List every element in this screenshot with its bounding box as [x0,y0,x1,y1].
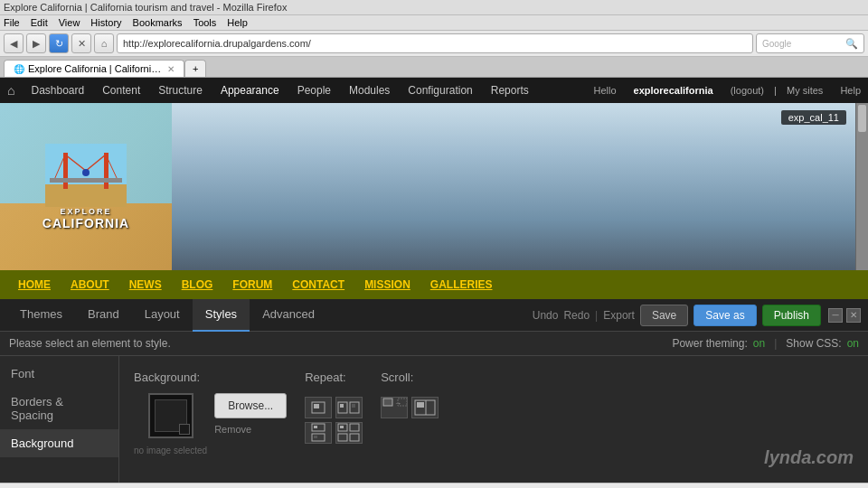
svg-rect-29 [340,426,344,428]
admin-nav-configuration[interactable]: Configuration [399,78,481,103]
back-button[interactable]: ◀ [4,33,24,53]
logo-california-text: CALIFORNIA [42,216,129,230]
my-sites-link[interactable]: My sites [787,85,823,96]
browser-titlebar: Explore California | California tourism … [0,0,868,15]
themer-tabs-row: Themes Brand Layout Styles Advanced Undo… [0,299,868,332]
svg-rect-23 [352,404,355,408]
show-css-value[interactable]: on [847,337,859,350]
tab-themes[interactable]: Themes [7,299,75,332]
logout-link[interactable]: (logout) [731,85,764,96]
tab-brand[interactable]: Brand [75,299,132,332]
scroll-fixed-button[interactable] [411,397,439,418]
svg-rect-31 [338,434,347,441]
svg-rect-33 [383,399,392,406]
tab-close-button[interactable]: ✕ [167,64,175,74]
sidebar-item-borders[interactable]: Borders & Spacing [0,388,118,429]
scroll-row-1: → [381,397,439,418]
svg-rect-25 [314,426,317,428]
repeat-both-icon [337,423,361,443]
admin-nav-appearance[interactable]: Appearance [212,78,288,103]
site-nav-mission[interactable]: MISSION [355,270,420,299]
admin-nav-content[interactable]: Content [93,78,149,103]
menu-item-file[interactable]: File [4,17,20,28]
site-nav-forum[interactable]: FORUM [223,270,281,299]
search-box[interactable]: Google 🔍 [756,33,864,53]
tab-styles[interactable]: Styles [193,299,250,332]
menu-item-view[interactable]: View [59,17,80,28]
address-bar[interactable]: http://explorecalifornia.drupalgardens.c… [117,33,753,53]
admin-nav-structure[interactable]: Structure [149,78,212,103]
bg-preview-box[interactable] [148,393,193,438]
admin-home-icon[interactable]: ⌂ [7,83,14,98]
admin-nav-people[interactable]: People [288,78,340,103]
site-nav-home[interactable]: HOME [9,270,60,299]
scroll-scroll-button[interactable]: → [381,397,408,418]
help-link[interactable]: Help [840,85,861,96]
menu-item-history[interactable]: History [90,17,121,28]
save-button[interactable]: Save [640,305,688,326]
repeat-section: Repeat: [305,371,363,444]
new-tab-button[interactable]: + [184,60,206,77]
minimize-button[interactable]: ─ [828,308,843,323]
svg-rect-8 [50,178,122,183]
site-nav-about[interactable]: ABOUT [61,270,118,299]
home-button[interactable]: ⌂ [94,33,114,53]
hello-text: Hello [593,85,616,96]
site-nav: const d2 = JSON.parse(document.getElemen… [0,270,868,299]
tab-advanced[interactable]: Advanced [250,299,327,332]
website-scrollbar[interactable] [855,103,868,270]
browse-button[interactable]: Browse... [214,393,287,418]
tab-layout[interactable]: Layout [132,299,193,332]
menu-item-help[interactable]: Help [227,17,248,28]
admin-nav-modules[interactable]: Modules [340,78,399,103]
export-button[interactable]: Export [603,309,635,322]
background-section: Background: no image selected Browse... … [134,371,854,455]
menu-item-bookmarks[interactable]: Bookmarks [133,17,183,28]
website-area: EXPLORE CALIFORNIA [0,103,868,299]
status-text: Please select an element to style. [9,337,171,350]
repeat-none-button[interactable] [305,397,332,418]
reload-button[interactable]: ↻ [49,33,69,53]
show-css-label: Show CSS: [786,337,841,350]
address-text: http://explorecalifornia.drupalgardens.c… [123,38,747,49]
search-placeholder: Google [762,39,791,49]
themer-actions: Undo Redo | Export Save Save as Publish [533,305,821,326]
redo-button[interactable]: Redo [563,309,590,322]
scroll-section: Scroll: → [381,371,439,418]
background-preview-area: Background: no image selected Browse... … [134,371,287,455]
menu-item-edit[interactable]: Edit [31,17,48,28]
repeat-y-icon [310,423,326,443]
sidebar-item-background[interactable]: Background [0,429,118,457]
themer-window-controls: ─ ✕ [828,308,861,323]
forward-button[interactable]: ▶ [26,33,46,53]
sidebar-item-font[interactable]: Font [0,360,118,388]
save-as-button[interactable]: Save as [693,305,756,326]
repeat-none-icon [310,400,326,415]
site-nav-galleries[interactable]: GALLERIES [421,270,502,299]
power-theming-area: Power theming: on | Show CSS: on [672,337,859,350]
site-logo: EXPLORE CALIFORNIA [0,103,172,270]
site-nav-blog[interactable]: BLOG [173,270,222,299]
repeat-x-button[interactable] [335,397,363,418]
site-nav-news[interactable]: NEWS [120,270,171,299]
repeat-both-button[interactable] [335,422,363,444]
menu-item-tools[interactable]: Tools [193,17,217,28]
drupal-admin-bar: ⌂ const d = JSON.parse(document.getEleme… [0,78,868,103]
undo-button[interactable]: Undo [533,309,559,322]
themer-content: Background: no image selected Browse... … [119,356,868,483]
scroll-title: Scroll: [381,371,439,384]
site-nav-contact[interactable]: CONTACT [283,270,354,299]
background-title: Background: [134,371,287,384]
admin-nav-reports[interactable]: Reports [482,78,538,103]
remove-link[interactable]: Remove [214,424,251,435]
publish-button[interactable]: Publish [762,305,821,326]
close-button[interactable]: ✕ [846,308,861,323]
stop-button[interactable]: ✕ [71,33,91,53]
repeat-y-button[interactable] [305,422,332,444]
power-theming-value[interactable]: on [753,337,765,350]
username: explorecalifornia [634,85,713,96]
active-tab[interactable]: 🌐 Explore California | California touris… [4,60,184,77]
browser-title: Explore California | California tourism … [4,2,287,13]
admin-nav-dashboard[interactable]: Dashboard [22,78,93,103]
svg-rect-21 [340,404,344,408]
